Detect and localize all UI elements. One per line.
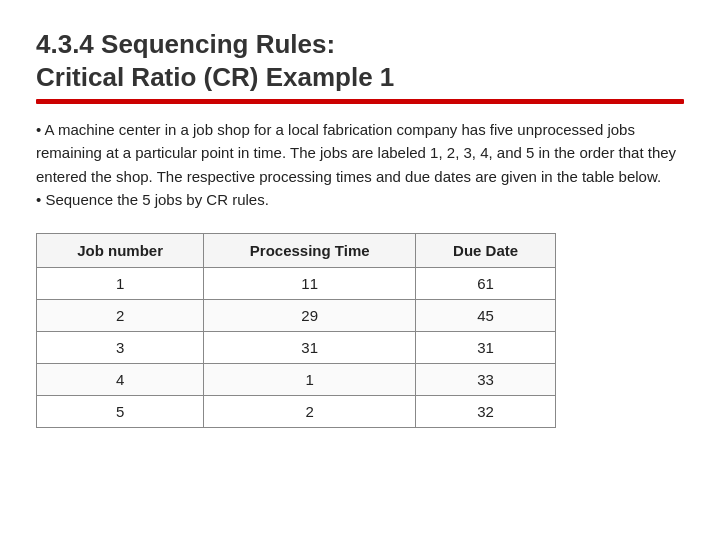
table-header-row: Job number Processing Time Due Date — [37, 234, 556, 268]
title-block: 4.3.4 Sequencing Rules: Critical Ratio (… — [36, 28, 684, 93]
cell-r2-c2: 31 — [416, 332, 556, 364]
cell-r0-c1: 11 — [204, 268, 416, 300]
title-line1: 4.3.4 Sequencing Rules: — [36, 29, 335, 59]
table-row: 5232 — [37, 396, 556, 428]
cell-r1-c0: 2 — [37, 300, 204, 332]
table-row: 11161 — [37, 268, 556, 300]
table-row: 33131 — [37, 332, 556, 364]
cell-r3-c2: 33 — [416, 364, 556, 396]
cell-r0-c0: 1 — [37, 268, 204, 300]
title-line2: Critical Ratio (CR) Example 1 — [36, 62, 394, 92]
table-row: 22945 — [37, 300, 556, 332]
col-header-processing: Processing Time — [204, 234, 416, 268]
body-paragraph: • A machine center in a job shop for a l… — [36, 118, 684, 211]
cell-r1-c1: 29 — [204, 300, 416, 332]
cell-r2-c1: 31 — [204, 332, 416, 364]
red-divider — [36, 99, 684, 104]
cell-r0-c2: 61 — [416, 268, 556, 300]
cell-r4-c2: 32 — [416, 396, 556, 428]
page-title: 4.3.4 Sequencing Rules: Critical Ratio (… — [36, 28, 684, 93]
data-table: Job number Processing Time Due Date 1116… — [36, 233, 556, 428]
cell-r4-c0: 5 — [37, 396, 204, 428]
cell-r4-c1: 2 — [204, 396, 416, 428]
cell-r3-c0: 4 — [37, 364, 204, 396]
cell-r2-c0: 3 — [37, 332, 204, 364]
table-wrapper: Job number Processing Time Due Date 1116… — [36, 233, 684, 428]
cell-r1-c2: 45 — [416, 300, 556, 332]
col-header-job: Job number — [37, 234, 204, 268]
cell-r3-c1: 1 — [204, 364, 416, 396]
table-row: 4133 — [37, 364, 556, 396]
page: 4.3.4 Sequencing Rules: Critical Ratio (… — [0, 0, 720, 540]
col-header-due: Due Date — [416, 234, 556, 268]
